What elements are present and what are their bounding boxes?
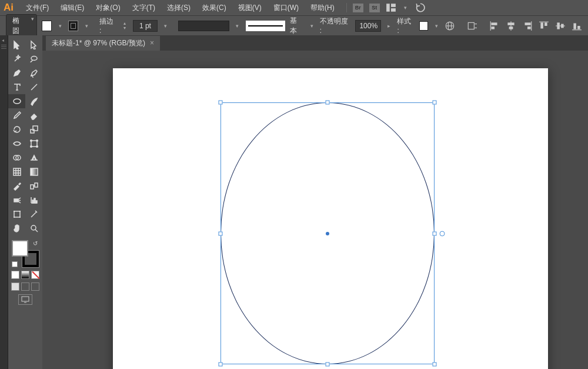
handle-tm[interactable] bbox=[326, 101, 330, 105]
stroke-dropdown-icon[interactable]: ▾ bbox=[83, 22, 90, 29]
hand-tool[interactable] bbox=[8, 221, 25, 235]
dock-strip[interactable] bbox=[0, 35, 8, 369]
svg-rect-28 bbox=[31, 129, 34, 133]
handle-mr[interactable] bbox=[433, 232, 437, 236]
default-colors-icon[interactable] bbox=[12, 261, 18, 267]
fill-swatch[interactable] bbox=[42, 21, 52, 31]
shape-builder-tool[interactable] bbox=[8, 151, 25, 165]
align-top-icon[interactable] bbox=[539, 21, 549, 31]
fill-color[interactable] bbox=[12, 240, 28, 257]
draw-normal[interactable] bbox=[11, 282, 19, 291]
gradient-mode[interactable] bbox=[21, 271, 29, 279]
draw-inside[interactable] bbox=[31, 282, 39, 291]
stock-button[interactable]: St bbox=[369, 4, 380, 12]
canvas[interactable] bbox=[113, 68, 548, 369]
close-tab-icon[interactable]: × bbox=[150, 39, 154, 47]
document-area: 未标题-1* @ 97% (RGB/预览) × bbox=[42, 35, 588, 369]
swap-colors-icon[interactable]: ↺ bbox=[33, 240, 38, 247]
blend-tool[interactable] bbox=[25, 179, 42, 193]
chevron-down-icon[interactable]: ▾ bbox=[308, 22, 315, 29]
handle-tr[interactable] bbox=[433, 101, 437, 105]
sync-icon[interactable] bbox=[415, 2, 426, 13]
workspace: ↺ 未标题-1* @ 97% (RGB/预览) × bbox=[0, 35, 588, 369]
stroke-stepper[interactable]: ▴▾ bbox=[121, 21, 128, 31]
selection-tool[interactable] bbox=[8, 38, 25, 52]
screen-mode[interactable] bbox=[18, 294, 32, 305]
chevron-down-icon[interactable]: ▾ bbox=[162, 22, 169, 29]
globe-icon[interactable] bbox=[445, 21, 455, 31]
svg-point-27 bbox=[14, 99, 21, 104]
magic-wand-tool[interactable] bbox=[8, 52, 25, 66]
arrange-icon[interactable] bbox=[386, 2, 396, 13]
menu-text[interactable]: 文字(T) bbox=[126, 3, 161, 13]
artboard-tool[interactable] bbox=[8, 207, 25, 221]
lasso-tool[interactable] bbox=[25, 52, 42, 66]
graph-tool[interactable] bbox=[25, 193, 42, 207]
opacity-input[interactable]: 100% bbox=[355, 20, 381, 32]
handle-tl[interactable] bbox=[219, 101, 223, 105]
direct-selection-tool[interactable] bbox=[25, 38, 42, 52]
svg-rect-9 bbox=[491, 26, 495, 29]
align-hcenter-icon[interactable] bbox=[506, 21, 516, 31]
align-to-icon[interactable] bbox=[467, 21, 477, 31]
perspective-grid-tool[interactable] bbox=[25, 151, 42, 165]
free-transform-tool[interactable] bbox=[25, 137, 42, 151]
pencil-tool[interactable] bbox=[8, 108, 25, 122]
menu-effect[interactable]: 效果(C) bbox=[196, 3, 232, 13]
align-vcenter-icon[interactable] bbox=[555, 21, 566, 31]
handle-bl[interactable] bbox=[219, 363, 223, 367]
chevron-right-icon[interactable]: ▸ bbox=[386, 22, 393, 29]
menu-window[interactable]: 窗口(W) bbox=[268, 3, 305, 13]
align-right-icon[interactable] bbox=[522, 21, 533, 31]
tool-name-label[interactable]: 椭圆 bbox=[6, 14, 37, 38]
color-mode[interactable] bbox=[11, 271, 19, 279]
handle-bm[interactable] bbox=[326, 363, 330, 367]
curvature-tool[interactable] bbox=[25, 66, 42, 80]
fill-dropdown-icon[interactable]: ▾ bbox=[56, 22, 64, 29]
svg-rect-37 bbox=[14, 168, 21, 175]
symbol-sprayer-tool[interactable] bbox=[8, 193, 25, 207]
width-tool[interactable] bbox=[8, 137, 25, 151]
ellipse-tool[interactable] bbox=[8, 94, 25, 108]
slice-tool[interactable] bbox=[25, 207, 42, 221]
menu-view[interactable]: 视图(V) bbox=[232, 3, 268, 13]
style-swatch[interactable] bbox=[419, 21, 428, 31]
svg-rect-44 bbox=[34, 198, 35, 203]
paintbrush-tool[interactable] bbox=[25, 94, 42, 108]
scale-tool[interactable] bbox=[25, 122, 42, 137]
handle-br[interactable] bbox=[433, 363, 437, 367]
eraser-tool[interactable] bbox=[25, 108, 42, 122]
stroke-swatch[interactable] bbox=[68, 21, 78, 31]
align-left-icon[interactable] bbox=[489, 21, 500, 31]
pen-tool[interactable] bbox=[8, 66, 25, 80]
menu-select[interactable]: 选择(S) bbox=[161, 3, 196, 13]
bridge-button[interactable]: Br bbox=[353, 4, 363, 12]
chevron-down-icon[interactable]: ▾ bbox=[234, 22, 241, 29]
draw-behind[interactable] bbox=[21, 282, 29, 291]
chevron-down-icon[interactable]: ▾ bbox=[402, 4, 409, 11]
document-tab[interactable]: 未标题-1* @ 97% (RGB/预览) × bbox=[46, 36, 160, 51]
chevron-down-icon[interactable]: ▾ bbox=[433, 22, 440, 29]
eyedropper-tool[interactable] bbox=[8, 179, 25, 193]
svg-line-26 bbox=[31, 84, 37, 90]
stroke-preview[interactable] bbox=[246, 21, 286, 31]
none-mode[interactable] bbox=[31, 271, 39, 279]
rotate-tool[interactable] bbox=[8, 122, 25, 137]
align-bottom-icon[interactable] bbox=[572, 21, 582, 31]
menu-file[interactable]: 文件(F) bbox=[20, 3, 55, 13]
line-tool[interactable] bbox=[25, 80, 42, 94]
type-tool[interactable] bbox=[8, 80, 25, 94]
menu-edit[interactable]: 编辑(E) bbox=[55, 3, 90, 13]
mesh-tool[interactable] bbox=[8, 165, 25, 179]
gradient-tool[interactable] bbox=[25, 165, 42, 179]
svg-point-47 bbox=[31, 225, 36, 230]
handle-ml[interactable] bbox=[219, 232, 223, 236]
zoom-tool[interactable] bbox=[25, 221, 42, 235]
menu-help[interactable]: 帮助(H) bbox=[305, 3, 340, 13]
stroke-width-input[interactable]: 1 pt bbox=[133, 20, 158, 32]
fill-stroke-widget[interactable]: ↺ bbox=[12, 240, 39, 267]
svg-point-25 bbox=[31, 56, 37, 61]
pie-handle-icon[interactable] bbox=[440, 231, 445, 237]
menu-object[interactable]: 对象(O) bbox=[90, 3, 126, 13]
brush-swatch[interactable] bbox=[178, 21, 229, 31]
